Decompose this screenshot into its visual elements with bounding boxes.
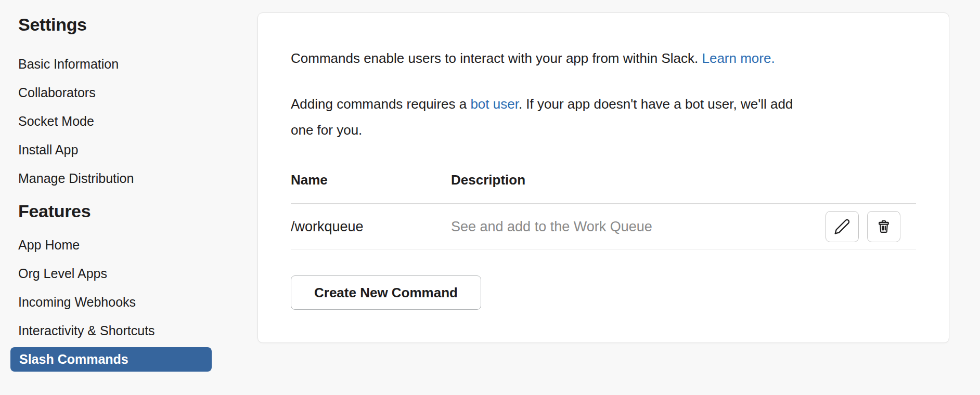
- sidebar-item-manage-distribution[interactable]: Manage Distribution: [18, 172, 237, 186]
- bot-user-note-text: Adding commands requires a bot user. If …: [291, 91, 916, 143]
- note-before-link: Adding commands requires a: [291, 96, 470, 112]
- note-after-link: . If your app doesn't have a bot user, w…: [519, 96, 793, 112]
- sidebar-heading-features: Features: [18, 200, 237, 222]
- sidebar-item-interactivity-shortcuts[interactable]: Interactivity & Shortcuts: [18, 324, 237, 338]
- column-header-name: Name: [291, 171, 451, 189]
- sidebar-item-collaborators[interactable]: Collaborators: [18, 86, 237, 100]
- features-nav-list: App Home Org Level Apps Incoming Webhook…: [18, 238, 237, 372]
- note-wrap-line: one for you.: [291, 122, 362, 138]
- sidebar-item-socket-mode[interactable]: Socket Mode: [18, 114, 237, 128]
- slash-commands-panel: Commands enable users to interact with y…: [257, 12, 949, 343]
- delete-command-button[interactable]: [867, 211, 900, 242]
- pencil-icon: [834, 218, 850, 235]
- trash-icon: [876, 219, 892, 234]
- sidebar-item-slash-commands[interactable]: Slash Commands: [10, 347, 212, 372]
- sidebar-item-incoming-webhooks[interactable]: Incoming Webhooks: [18, 295, 237, 309]
- intro-text: Commands enable users to interact with y…: [291, 50, 702, 66]
- slash-commands-page: Settings Basic Information Collaborators…: [0, 0, 980, 395]
- sidebar: Settings Basic Information Collaborators…: [18, 0, 237, 372]
- column-header-description: Description: [451, 171, 916, 189]
- settings-nav-list: Basic Information Collaborators Socket M…: [18, 57, 237, 186]
- row-actions: [826, 211, 900, 242]
- bot-user-link[interactable]: bot user: [470, 96, 519, 112]
- command-description: See and add to the Work Queue: [451, 219, 826, 235]
- commands-intro-text: Commands enable users to interact with y…: [291, 49, 916, 67]
- sidebar-item-org-level-apps[interactable]: Org Level Apps: [18, 267, 237, 281]
- sidebar-item-install-app[interactable]: Install App: [18, 143, 237, 157]
- table-row: /workqueue See and add to the Work Queue: [291, 204, 916, 249]
- edit-command-button[interactable]: [826, 211, 859, 242]
- create-new-command-button[interactable]: Create New Command: [291, 275, 481, 310]
- commands-table-header: Name Description: [291, 171, 916, 204]
- sidebar-item-basic-information[interactable]: Basic Information: [18, 57, 237, 71]
- learn-more-link[interactable]: Learn more.: [702, 50, 775, 66]
- sidebar-item-app-home[interactable]: App Home: [18, 238, 237, 252]
- command-name: /workqueue: [291, 219, 451, 235]
- sidebar-heading-settings: Settings: [18, 14, 237, 35]
